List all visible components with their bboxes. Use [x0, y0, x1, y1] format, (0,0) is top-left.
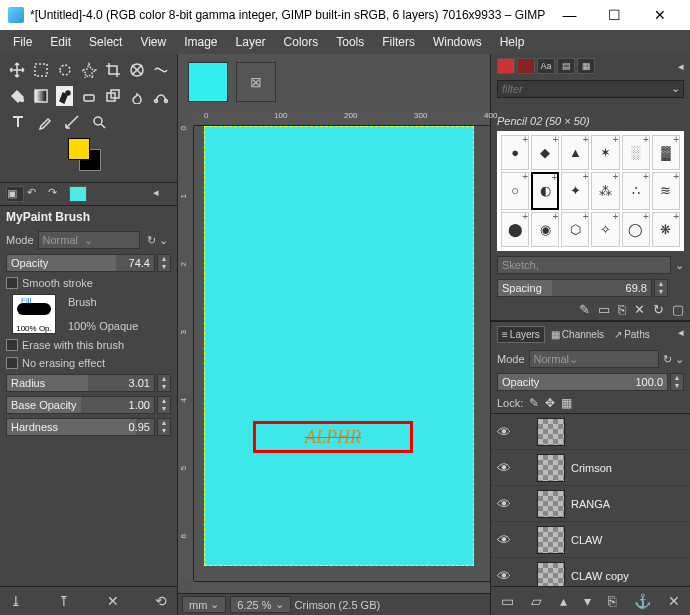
menu-filters[interactable]: Filters: [373, 32, 424, 52]
layer-row[interactable]: 👁Crimson: [491, 450, 690, 486]
gradients-tab-icon[interactable]: ▦: [577, 58, 595, 74]
brush-filter-input[interactable]: [497, 80, 684, 98]
brush-cell[interactable]: ⁂+: [591, 172, 619, 209]
base-opacity-slider[interactable]: Base Opacity1.00: [6, 396, 155, 414]
minimize-button[interactable]: —: [547, 0, 592, 30]
close-image-button[interactable]: ⊠: [236, 62, 276, 102]
dock-tab-options-icon[interactable]: ▣: [6, 186, 24, 202]
brush-cell[interactable]: ◆+: [531, 135, 559, 170]
open-brush-icon[interactable]: ▢: [672, 302, 684, 317]
brush-cell[interactable]: ▓+: [652, 135, 680, 170]
layer-down-icon[interactable]: ▾: [584, 593, 591, 609]
dock-tab-image-icon[interactable]: [69, 186, 87, 202]
brush-cell[interactable]: ⬡+: [561, 212, 589, 247]
menu-view[interactable]: View: [131, 32, 175, 52]
smudge-tool[interactable]: [128, 86, 145, 106]
fuzzy-select-tool[interactable]: [80, 60, 97, 80]
warp-tool[interactable]: [152, 60, 169, 80]
ruler-vertical[interactable]: 0123456: [178, 126, 194, 581]
menu-tools[interactable]: Tools: [327, 32, 373, 52]
reset-icon[interactable]: ↻ ⌄: [144, 234, 171, 247]
maximize-button[interactable]: ☐: [592, 0, 637, 30]
layer-row[interactable]: 👁CLAW: [491, 522, 690, 558]
image-thumbnail[interactable]: [188, 62, 228, 102]
dock-menu-right-icon[interactable]: ◂: [678, 60, 684, 73]
menu-help[interactable]: Help: [491, 32, 534, 52]
blend-mode-select[interactable]: Normal ⌄: [38, 231, 140, 249]
brush-preview[interactable]: Fill 100% Op.: [12, 294, 56, 334]
layer-group-icon[interactable]: ▱: [531, 593, 542, 609]
layer-mode-select[interactable]: Normal ⌄: [529, 350, 659, 368]
brush-cell[interactable]: ✶+: [591, 135, 619, 170]
zoom-tool[interactable]: [89, 112, 109, 132]
ruler-horizontal[interactable]: 0100200300400: [194, 110, 490, 126]
dock-menu-icon[interactable]: ◂: [153, 186, 171, 202]
horizontal-scrollbar[interactable]: [194, 581, 490, 593]
lasso-tool[interactable]: [56, 60, 73, 80]
delete-brush-icon[interactable]: ✕: [634, 302, 645, 317]
layer-opacity-slider[interactable]: Opacity100.0: [497, 373, 668, 391]
erase-with-brush-checkbox[interactable]: [6, 339, 18, 351]
history-tab-icon[interactable]: ▤: [557, 58, 575, 74]
menu-select[interactable]: Select: [80, 32, 131, 52]
hardness-slider[interactable]: Hardness0.95: [6, 418, 155, 436]
lock-position-icon[interactable]: ✥: [545, 396, 555, 410]
visibility-icon[interactable]: 👁: [497, 568, 513, 584]
opacity-slider[interactable]: Opacity 74.4: [6, 254, 155, 272]
lock-pixels-icon[interactable]: ✎: [529, 396, 539, 410]
color-picker-tool[interactable]: [35, 112, 55, 132]
visibility-icon[interactable]: 👁: [497, 424, 513, 440]
refresh-brushes-icon[interactable]: ↻: [653, 302, 664, 317]
undo-history-icon[interactable]: ↶: [27, 186, 45, 202]
brush-grid[interactable]: ●+◆+▲+✶+░+▓+○+◐+✦+⁂+∴+≋+⬤+◉+⬡+✧+◯+❋+: [497, 131, 684, 251]
canvas[interactable]: ALPHR: [204, 126, 474, 566]
tab-paths[interactable]: ↗ Paths: [610, 326, 654, 343]
mypaint-brush-tool[interactable]: [56, 86, 73, 106]
spacing-slider[interactable]: Spacing69.8: [497, 279, 652, 297]
brush-cell[interactable]: ◐+: [531, 172, 559, 209]
color-swatches[interactable]: [68, 138, 108, 178]
menu-file[interactable]: File: [4, 32, 41, 52]
zoom-select[interactable]: 6.25 % ⌄: [230, 596, 290, 613]
layer-name[interactable]: CLAW: [571, 534, 684, 546]
brush-cell[interactable]: ∴+: [622, 172, 650, 209]
bucket-fill-tool[interactable]: [8, 86, 25, 106]
brush-cell[interactable]: ✧+: [591, 212, 619, 247]
menu-edit[interactable]: Edit: [41, 32, 80, 52]
visibility-icon[interactable]: 👁: [497, 460, 513, 476]
unit-select[interactable]: mm ⌄: [182, 596, 226, 613]
layer-row[interactable]: 👁: [491, 414, 690, 450]
brush-cell[interactable]: ❋+: [652, 212, 680, 247]
menu-image[interactable]: Image: [175, 32, 226, 52]
no-erasing-checkbox[interactable]: [6, 357, 18, 369]
brush-cell[interactable]: ○+: [501, 172, 529, 209]
close-button[interactable]: ✕: [637, 0, 682, 30]
brush-cell[interactable]: ●+: [501, 135, 529, 170]
smooth-stroke-checkbox[interactable]: [6, 277, 18, 289]
move-tool[interactable]: [8, 60, 25, 80]
layer-name[interactable]: Crimson: [571, 462, 684, 474]
measure-tool[interactable]: [62, 112, 82, 132]
brush-cell[interactable]: ░+: [622, 135, 650, 170]
layer-up-icon[interactable]: ▴: [560, 593, 567, 609]
tab-channels[interactable]: ▦ Channels: [547, 326, 608, 343]
lock-alpha-icon[interactable]: ▦: [561, 396, 572, 410]
anchor-layer-icon[interactable]: ⚓: [634, 593, 651, 609]
radius-slider[interactable]: Radius3.01: [6, 374, 155, 392]
brush-cell[interactable]: ◉+: [531, 212, 559, 247]
brush-cell[interactable]: ▲+: [561, 135, 589, 170]
duplicate-brush-icon[interactable]: ⎘: [618, 302, 626, 317]
brush-preset-select[interactable]: Sketch,: [497, 256, 671, 274]
layers-dock-menu-icon[interactable]: ◂: [678, 326, 684, 343]
clone-tool[interactable]: [104, 86, 121, 106]
gradient-tool[interactable]: [32, 86, 49, 106]
layer-row[interactable]: 👁CLAW copy: [491, 558, 690, 586]
layer-reset-icon[interactable]: ↻ ⌄: [663, 353, 684, 366]
brushes-tab-icon[interactable]: [497, 58, 515, 74]
eraser-tool[interactable]: [80, 86, 97, 106]
reset-preset-icon[interactable]: ⟲: [155, 593, 167, 609]
rotate-tool[interactable]: [128, 60, 145, 80]
new-brush-icon[interactable]: ▭: [598, 302, 610, 317]
brush-cell[interactable]: ⬤+: [501, 212, 529, 247]
layer-name[interactable]: RANGA: [571, 498, 684, 510]
